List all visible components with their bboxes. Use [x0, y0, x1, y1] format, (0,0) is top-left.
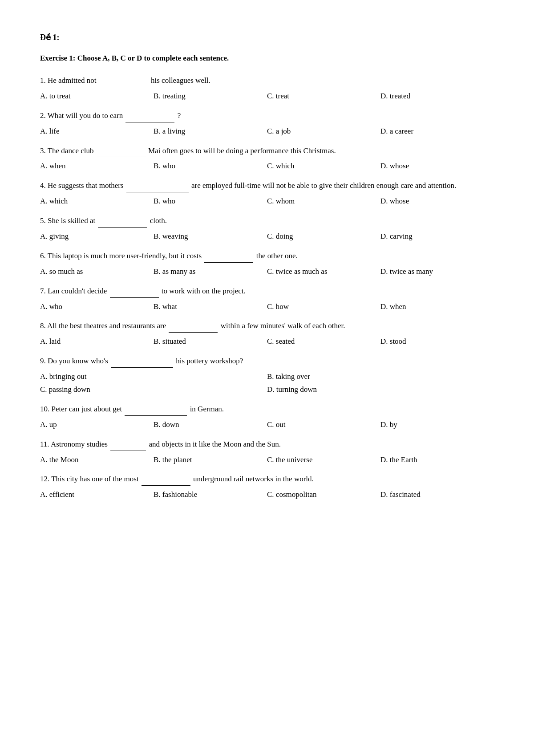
q11-text-after: and objects in it like the Moon and the …	[149, 440, 281, 448]
q11-option-d[interactable]: D. the Earth	[380, 454, 494, 467]
q1-option-c[interactable]: C. treat	[267, 90, 380, 103]
q4-option-a[interactable]: A. which	[40, 195, 154, 208]
q10-option-b[interactable]: B. down	[154, 419, 267, 431]
q5-text-before: 5. She is skilled at	[40, 216, 95, 225]
q7-text-after: to work with on the project.	[162, 287, 246, 295]
q6-blank	[204, 249, 253, 263]
q2-option-d[interactable]: D. a career	[380, 125, 494, 138]
q1-option-d[interactable]: D. treated	[380, 90, 494, 103]
q6-text-before: 6. This laptop is much more user-friendl…	[40, 252, 202, 260]
q7-option-b[interactable]: B. what	[154, 301, 267, 313]
q9-blank	[111, 354, 173, 368]
q5-options: A. givingB. weavingC. doingD. carving	[40, 230, 494, 243]
question-text-3: 3. The dance club Mai often goes to will…	[40, 144, 494, 158]
q6-options: A. so much asB. as many asC. twice as mu…	[40, 265, 494, 278]
q3-option-c[interactable]: C. which	[267, 160, 380, 173]
q2-options: A. lifeB. a livingC. a jobD. a career	[40, 125, 494, 138]
q11-option-b[interactable]: B. the planet	[154, 454, 267, 467]
q9-option-b[interactable]: B. taking over	[267, 370, 494, 383]
q6-option-d[interactable]: D. twice as many	[380, 265, 494, 278]
q10-blank	[125, 402, 187, 416]
q5-option-a[interactable]: A. giving	[40, 230, 154, 243]
q7-blank	[110, 285, 159, 298]
q7-text-before: 7. Lan couldn't decide	[40, 287, 107, 295]
q12-blank	[142, 472, 190, 486]
question-text-7: 7. Lan couldn't decide to work with on t…	[40, 285, 494, 298]
q12-option-b[interactable]: B. fashionable	[154, 488, 267, 501]
q10-option-a[interactable]: A. up	[40, 419, 154, 431]
q8-text-before: 8. All the best theatres and restaurants…	[40, 321, 166, 330]
q1-option-a[interactable]: A. to treat	[40, 90, 154, 103]
q2-option-a[interactable]: A. life	[40, 125, 154, 138]
q7-option-c[interactable]: C. how	[267, 301, 380, 313]
question-5: 5. She is skilled at cloth.A. givingB. w…	[40, 214, 494, 243]
q12-option-c[interactable]: C. cosmopolitan	[267, 488, 380, 501]
q3-option-d[interactable]: D. whose	[380, 160, 494, 173]
q3-option-b[interactable]: B. who	[154, 160, 267, 173]
title: Đề 1:	[40, 31, 494, 44]
question-10: 10. Peter can just about get in German.A…	[40, 402, 494, 431]
q3-option-a[interactable]: A. when	[40, 160, 154, 173]
q6-option-b[interactable]: B. as many as	[154, 265, 267, 278]
question-text-1: 1. He admitted not his colleagues well.	[40, 74, 494, 87]
q9-text-after: his pottery workshop?	[176, 357, 243, 365]
q9-option-c[interactable]: C. passing down	[40, 383, 267, 396]
q8-option-a[interactable]: A. laid	[40, 335, 154, 348]
question-8: 8. All the best theatres and restaurants…	[40, 319, 494, 348]
q4-option-c[interactable]: C. whom	[267, 195, 380, 208]
q4-text-before: 4. He suggests that mothers	[40, 181, 123, 190]
q5-text-after: cloth.	[150, 216, 167, 225]
question-text-9: 9. Do you know who's his pottery worksho…	[40, 354, 494, 368]
question-7: 7. Lan couldn't decide to work with on t…	[40, 285, 494, 313]
q5-blank	[98, 214, 147, 228]
q3-options: A. whenB. whoC. whichD. whose	[40, 160, 494, 173]
exercise-title: Exercise 1: Choose A, B, C or D to compl…	[40, 52, 494, 64]
q2-option-c[interactable]: C. a job	[267, 125, 380, 138]
q8-options: A. laidB. situatedC. seatedD. stood	[40, 335, 494, 348]
q9-option-d[interactable]: D. turning down	[267, 383, 494, 396]
q5-option-d[interactable]: D. carving	[380, 230, 494, 243]
q10-option-d[interactable]: D. by	[380, 419, 494, 431]
q6-option-a[interactable]: A. so much as	[40, 265, 154, 278]
question-text-4: 4. He suggests that mothers are employed…	[40, 179, 494, 192]
q5-option-b[interactable]: B. weaving	[154, 230, 267, 243]
q11-option-c[interactable]: C. the universe	[267, 454, 380, 467]
q11-blank	[110, 438, 146, 451]
q12-option-d[interactable]: D. fascinated	[380, 488, 494, 501]
question-text-8: 8. All the best theatres and restaurants…	[40, 319, 494, 333]
question-6: 6. This laptop is much more user-friendl…	[40, 249, 494, 278]
q4-blank	[126, 179, 189, 192]
q10-option-c[interactable]: C. out	[267, 419, 380, 431]
q2-text-before: 2. What will you do to earn	[40, 111, 123, 120]
question-11: 11. Astronomy studies and objects in it …	[40, 438, 494, 467]
q2-option-b[interactable]: B. a living	[154, 125, 267, 138]
q8-option-d[interactable]: D. stood	[380, 335, 494, 348]
q10-text-after: in German.	[190, 405, 224, 413]
q2-blank	[125, 109, 174, 122]
question-3: 3. The dance club Mai often goes to will…	[40, 144, 494, 173]
q12-options: A. efficientB. fashionableC. cosmopolita…	[40, 488, 494, 501]
q5-option-c[interactable]: C. doing	[267, 230, 380, 243]
q4-option-d[interactable]: D. whose	[380, 195, 494, 208]
questions-container: 1. He admitted not his colleagues well.A…	[40, 74, 494, 501]
question-4: 4. He suggests that mothers are employed…	[40, 179, 494, 208]
question-text-12: 12. This city has one of the most underg…	[40, 472, 494, 486]
q7-option-a[interactable]: A. who	[40, 301, 154, 313]
q4-option-b[interactable]: B. who	[154, 195, 267, 208]
q7-option-d[interactable]: D. when	[380, 301, 494, 313]
question-text-10: 10. Peter can just about get in German.	[40, 402, 494, 416]
q6-option-c[interactable]: C. twice as much as	[267, 265, 380, 278]
q12-option-a[interactable]: A. efficient	[40, 488, 154, 501]
question-2: 2. What will you do to earn ?A. lifeB. a…	[40, 109, 494, 138]
q11-text-before: 11. Astronomy studies	[40, 440, 108, 448]
q11-option-a[interactable]: A. the Moon	[40, 454, 154, 467]
q8-option-b[interactable]: B. situated	[154, 335, 267, 348]
q9-options: A. bringing outB. taking overC. passing …	[40, 370, 494, 396]
q8-option-c[interactable]: C. seated	[267, 335, 380, 348]
q10-options: A. upB. downC. outD. by	[40, 419, 494, 431]
q1-option-b[interactable]: B. treating	[154, 90, 267, 103]
q4-text-after: are employed full-time will not be able …	[191, 181, 456, 190]
q9-option-a[interactable]: A. bringing out	[40, 370, 267, 383]
question-12: 12. This city has one of the most underg…	[40, 472, 494, 501]
q9-text-before: 9. Do you know who's	[40, 357, 108, 365]
